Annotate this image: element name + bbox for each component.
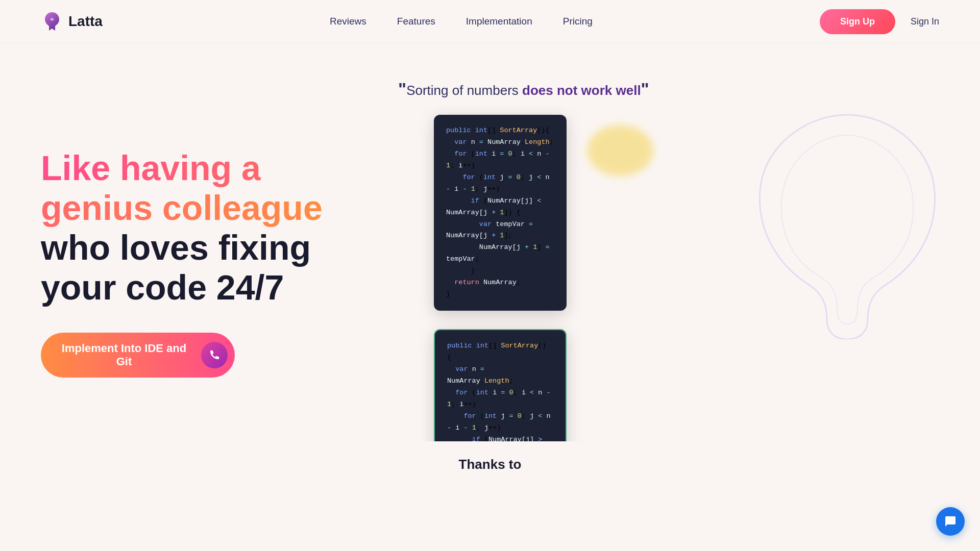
nav-pricing[interactable]: Pricing <box>563 16 593 27</box>
phone-icon <box>207 348 222 362</box>
logo[interactable]: Latta <box>41 10 103 33</box>
code-block-2: public int[] SortArray() { var n = NumAr… <box>434 329 567 441</box>
implement-button-label: Implement Into IDE and Git <box>57 342 191 368</box>
nav-features[interactable]: Features <box>397 16 435 27</box>
quote-before: Sorting of numbers <box>406 83 522 98</box>
signin-button[interactable]: Sign In <box>911 16 939 27</box>
code-block-1: public int[] SortArray(){ var n = NumArr… <box>434 115 567 311</box>
thanks-title: Thanks to <box>41 457 939 472</box>
nav-implementation[interactable]: Implementation <box>466 16 532 27</box>
quote-area: "Sorting of numbers does not work well" <box>398 79 649 99</box>
hero-right: "Sorting of numbers does not work well" … <box>373 74 939 421</box>
main-nav: Reviews Features Implementation Pricing <box>330 16 593 27</box>
hero-section: Like having a genius colleague who loves… <box>0 43 980 441</box>
hero-title-dark: who loves fixing your code 24/7 <box>41 228 311 307</box>
implement-button[interactable]: Implement Into IDE and Git <box>41 333 235 378</box>
thanks-section: Thanks to <box>0 441 980 488</box>
implement-button-icon <box>201 342 228 368</box>
nav-reviews[interactable]: Reviews <box>330 16 366 27</box>
hero-left: Like having a genius colleague who loves… <box>41 74 373 421</box>
logo-icon <box>41 10 63 33</box>
signup-button[interactable]: Sign Up <box>820 9 895 34</box>
hero-title: Like having a genius colleague who loves… <box>41 148 373 308</box>
yellow-blob-decoration <box>587 125 653 176</box>
deco-shape-icon <box>745 105 949 339</box>
hero-title-gradient: Like having a genius colleague <box>41 148 323 227</box>
quote-highlight: does not work well <box>522 83 641 98</box>
chat-bubble-button[interactable] <box>936 507 965 536</box>
logo-label: Latta <box>68 13 103 30</box>
header-actions: Sign Up Sign In <box>820 9 939 34</box>
site-header: Latta Reviews Features Implementation Pr… <box>0 0 980 43</box>
code-blocks-area: public int[] SortArray(){ var n = NumArr… <box>434 115 567 441</box>
chat-icon <box>943 514 958 529</box>
